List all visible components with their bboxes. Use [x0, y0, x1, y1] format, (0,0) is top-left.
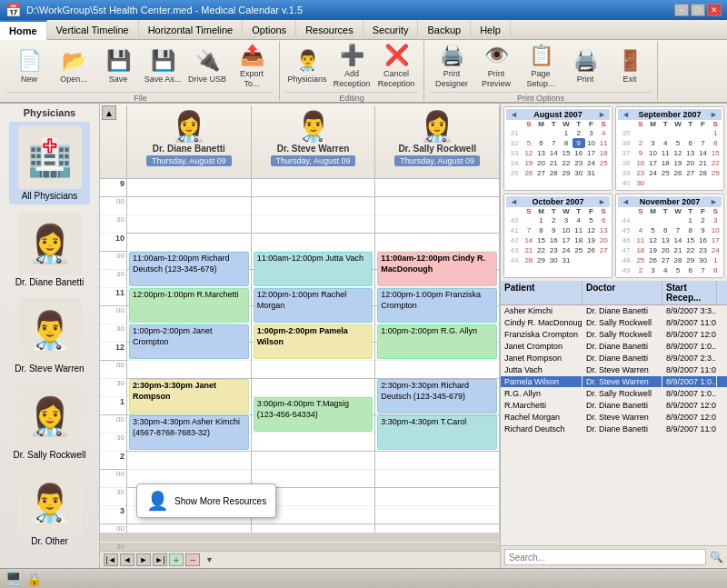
mini-cal-day[interactable]: 6 [684, 138, 697, 148]
show-more-resources-tooltip[interactable]: 👤Show More Resources [136, 483, 276, 518]
nav-add[interactable]: + [169, 553, 184, 566]
mini-cal-day[interactable]: 15 [709, 148, 722, 158]
mini-cal-day[interactable]: 2 [697, 215, 710, 225]
mini-cal-day[interactable]: 8 [709, 138, 722, 148]
patient-row[interactable]: Richard Deutsch Dr. Diane Banetti 8/9/20… [501, 424, 727, 435]
mini-cal-day[interactable]: 7 [697, 265, 710, 275]
mini-cal-prev[interactable]: ◄ [510, 110, 518, 119]
mini-cal-day[interactable]: 12 [585, 225, 598, 235]
mini-cal-day[interactable]: 4 [597, 128, 610, 138]
mini-cal-day[interactable]: 6 [659, 225, 672, 235]
mini-cal-day[interactable]: 29 [684, 255, 697, 265]
mini-cal-day[interactable]: 20 [659, 245, 672, 255]
mini-cal-day[interactable]: 1 [560, 128, 573, 138]
appointment[interactable]: 12:00pm-1:00pm Franziska Crompton [377, 288, 497, 323]
nav-last[interactable]: ►| [153, 553, 167, 566]
mini-cal-day[interactable]: 8 [535, 225, 548, 235]
mini-cal-day[interactable]: 5 [647, 225, 660, 235]
mini-cal-day[interactable]: 24 [585, 158, 598, 168]
menu-tab-resources[interactable]: Resources [296, 20, 364, 40]
mini-cal-day[interactable]: 1 [709, 255, 722, 265]
search-input[interactable] [504, 549, 706, 565]
mini-cal-prev[interactable]: ◄ [622, 110, 630, 119]
appointment[interactable]: 1:00pm-2:00pm R.G. Allyn [377, 324, 497, 359]
mini-cal-day[interactable]: 3 [647, 265, 660, 275]
mini-cal-day[interactable]: 12 [523, 148, 535, 158]
physician-item-banetti[interactable]: 👩‍⚕️ Dr. Diane Banetti [9, 208, 89, 291]
appointment[interactable]: 11:00am-12:00pm Jutta Vach [254, 252, 373, 286]
page-setup-button[interactable]: 📋Page Setup... [519, 41, 563, 92]
mini-cal-day[interactable]: 28 [697, 168, 710, 178]
mini-cal-day[interactable]: 2 [634, 138, 647, 148]
mini-cal-day[interactable]: 25 [573, 245, 585, 255]
mini-cal-day[interactable]: 12 [672, 148, 684, 158]
mini-cal-day[interactable]: 4 [573, 215, 585, 225]
mini-cal-day[interactable]: 2 [634, 265, 647, 275]
mini-cal-day[interactable]: 1 [709, 128, 722, 138]
mini-cal-day[interactable]: 3 [585, 128, 598, 138]
mini-cal-day[interactable]: 24 [560, 245, 573, 255]
menu-tab-help[interactable]: Help [471, 20, 511, 40]
mini-cal-day[interactable]: 22 [560, 158, 573, 168]
print-preview-button[interactable]: 👁️Print Preview [474, 41, 518, 92]
mini-cal-day[interactable]: 16 [697, 235, 710, 245]
mini-cal-day[interactable]: 4 [634, 225, 647, 235]
mini-cal-day[interactable]: 22 [684, 245, 697, 255]
menu-tab-vertical-timeline[interactable]: Vertical Timeline [47, 20, 139, 40]
mini-cal-day[interactable]: 27 [535, 168, 548, 178]
patient-row[interactable]: R.Marchetti Dr. Diane Banetti 8/9/2007 1… [501, 400, 727, 412]
physician-item-other[interactable]: 👨‍⚕️ Dr. Other [9, 467, 89, 550]
mini-cal-day[interactable]: 29 [709, 168, 722, 178]
mini-cal-day[interactable]: 19 [585, 235, 598, 245]
mini-cal-day[interactable]: 14 [523, 235, 535, 245]
mini-cal-day[interactable]: 9 [634, 148, 647, 158]
mini-cal-day[interactable]: 28 [547, 168, 560, 178]
mini-cal-day[interactable]: 26 [672, 168, 684, 178]
appointment[interactable]: 3:30pm-4:30pm T.Carol [377, 415, 497, 450]
mini-cal-day[interactable]: 28 [672, 255, 684, 265]
physician-item-all[interactable]: 🏥 All Physicians [9, 122, 89, 204]
mini-cal-day[interactable]: 18 [573, 235, 585, 245]
mini-cal-day[interactable]: 29 [535, 255, 548, 265]
mini-cal-day[interactable]: 22 [709, 158, 722, 168]
nav-first[interactable]: |◄ [104, 553, 118, 566]
mini-cal-day[interactable]: 9 [573, 138, 585, 148]
nav-next[interactable]: ► [136, 553, 151, 566]
mini-cal-day[interactable]: 28 [523, 255, 535, 265]
mini-cal-day[interactable]: 25 [597, 158, 610, 168]
appointment[interactable]: 11:00am-12:00pm Cindy R. MacDonough [377, 252, 497, 286]
mini-cal-day[interactable]: 3 [560, 215, 573, 225]
close-button[interactable]: ✕ [707, 4, 722, 16]
mini-cal-day[interactable]: 19 [523, 158, 535, 168]
mini-cal-day[interactable]: 19 [672, 158, 684, 168]
physician-item-rockwell[interactable]: 👩‍⚕️ Dr. Sally Rockwell [9, 381, 89, 463]
mini-cal-day[interactable]: 8 [560, 138, 573, 148]
mini-cal-day[interactable]: 5 [585, 215, 598, 225]
mini-cal-day[interactable]: 13 [684, 148, 697, 158]
mini-cal-day[interactable]: 4 [659, 138, 672, 148]
print-designer-button[interactable]: 🖨️Print Designer [430, 41, 473, 92]
appointment[interactable]: 12:00pm-1:00pm R.Marchetti [129, 288, 249, 323]
mini-cal-day[interactable]: 18 [597, 148, 610, 158]
mini-cal-day[interactable]: 2 [573, 128, 585, 138]
mini-cal-day[interactable]: 7 [547, 138, 560, 148]
mini-cal-day[interactable]: 4 [659, 265, 672, 275]
mini-cal-day[interactable]: 1 [684, 215, 697, 225]
appointment[interactable]: 2:30pm-3:30pm Richard Deutsch (123-345-6… [377, 379, 497, 414]
mini-cal-day[interactable]: 23 [697, 245, 710, 255]
mini-cal-next[interactable]: ► [598, 110, 606, 119]
patient-row[interactable]: Franziska Crompton Dr. Sally Rockwell 8/… [501, 329, 727, 341]
mini-cal-day[interactable]: 11 [597, 138, 610, 148]
appointment[interactable]: 3:00pm-4:00pm T.Magsig (123-456-54334) [254, 397, 373, 432]
mini-cal-day[interactable]: 6 [597, 215, 610, 225]
mini-cal-day[interactable]: 16 [634, 158, 647, 168]
appointment[interactable]: 1:00pm-2:00pm Pamela Wilson [254, 324, 373, 359]
menu-tab-backup[interactable]: Backup [418, 20, 471, 40]
physician-item-warren[interactable]: 👨‍⚕️ Dr. Steve Warren [9, 294, 89, 377]
appointment[interactable]: 12:00pm-1:00pm Rachel Morgan [254, 288, 373, 323]
mini-cal-day[interactable]: 17 [585, 148, 598, 158]
mini-cal-day[interactable]: 21 [672, 245, 684, 255]
mini-cal-day[interactable]: 6 [535, 138, 548, 148]
print-button[interactable]: 🖨️Print [563, 41, 607, 92]
mini-cal-day[interactable]: 21 [523, 245, 535, 255]
